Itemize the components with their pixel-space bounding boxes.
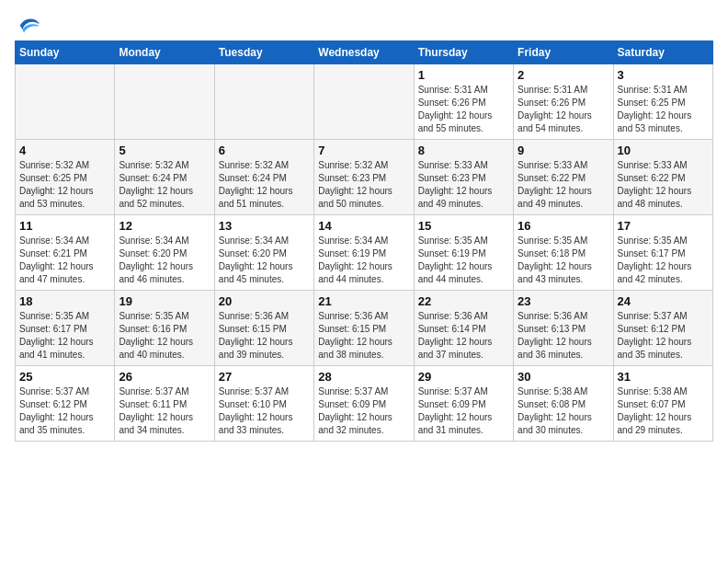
calendar-cell: 4Sunrise: 5:32 AM Sunset: 6:25 PM Daylig… (16, 140, 115, 215)
calendar-cell: 17Sunrise: 5:35 AM Sunset: 6:17 PM Dayli… (613, 215, 712, 291)
day-number: 11 (19, 219, 110, 233)
day-number: 13 (219, 219, 310, 233)
calendar-cell: 27Sunrise: 5:37 AM Sunset: 6:10 PM Dayli… (214, 366, 313, 442)
calendar-cell: 9Sunrise: 5:33 AM Sunset: 6:22 PM Daylig… (514, 140, 613, 215)
day-number: 1 (418, 68, 509, 82)
day-number: 17 (618, 219, 709, 233)
day-info: Sunrise: 5:37 AM Sunset: 6:11 PM Dayligh… (119, 385, 210, 437)
day-info: Sunrise: 5:32 AM Sunset: 6:24 PM Dayligh… (219, 159, 310, 211)
day-number: 2 (518, 68, 609, 82)
day-info: Sunrise: 5:37 AM Sunset: 6:09 PM Dayligh… (318, 385, 409, 437)
day-info: Sunrise: 5:35 AM Sunset: 6:17 PM Dayligh… (19, 310, 110, 362)
day-info: Sunrise: 5:32 AM Sunset: 6:23 PM Dayligh… (318, 159, 409, 211)
day-info: Sunrise: 5:35 AM Sunset: 6:19 PM Dayligh… (418, 235, 509, 286)
week-row-3: 11Sunrise: 5:34 AM Sunset: 6:21 PM Dayli… (16, 215, 713, 291)
calendar-cell: 12Sunrise: 5:34 AM Sunset: 6:20 PM Dayli… (115, 215, 214, 291)
logo (15, 15, 42, 33)
day-number: 24 (618, 294, 709, 308)
day-info: Sunrise: 5:35 AM Sunset: 6:16 PM Dayligh… (119, 310, 210, 362)
day-info: Sunrise: 5:34 AM Sunset: 6:21 PM Dayligh… (19, 235, 110, 286)
week-row-4: 18Sunrise: 5:35 AM Sunset: 6:17 PM Dayli… (16, 291, 713, 366)
day-number: 12 (119, 219, 210, 233)
day-info: Sunrise: 5:37 AM Sunset: 6:12 PM Dayligh… (19, 385, 110, 437)
week-row-5: 25Sunrise: 5:37 AM Sunset: 6:12 PM Dayli… (16, 366, 713, 442)
calendar-cell: 20Sunrise: 5:36 AM Sunset: 6:15 PM Dayli… (214, 291, 313, 366)
day-info: Sunrise: 5:38 AM Sunset: 6:08 PM Dayligh… (518, 385, 609, 437)
day-number: 9 (518, 144, 609, 157)
day-info: Sunrise: 5:37 AM Sunset: 6:12 PM Dayligh… (618, 310, 709, 362)
day-number: 27 (219, 370, 310, 384)
calendar-cell: 22Sunrise: 5:36 AM Sunset: 6:14 PM Dayli… (414, 291, 513, 366)
calendar-cell: 13Sunrise: 5:34 AM Sunset: 6:20 PM Dayli… (214, 215, 313, 291)
calendar-cell: 5Sunrise: 5:32 AM Sunset: 6:24 PM Daylig… (115, 140, 214, 215)
day-header-monday: Monday (115, 41, 214, 64)
calendar-cell: 31Sunrise: 5:38 AM Sunset: 6:07 PM Dayli… (613, 366, 712, 442)
calendar-cell: 16Sunrise: 5:35 AM Sunset: 6:18 PM Dayli… (514, 215, 613, 291)
day-number: 26 (119, 370, 210, 384)
calendar-cell: 18Sunrise: 5:35 AM Sunset: 6:17 PM Dayli… (16, 291, 115, 366)
calendar-cell: 15Sunrise: 5:35 AM Sunset: 6:19 PM Dayli… (414, 215, 513, 291)
day-number: 21 (318, 294, 409, 308)
day-header-friday: Friday (514, 41, 613, 64)
day-number: 15 (418, 219, 509, 233)
day-info: Sunrise: 5:33 AM Sunset: 6:22 PM Dayligh… (618, 159, 709, 211)
day-info: Sunrise: 5:37 AM Sunset: 6:10 PM Dayligh… (219, 385, 310, 437)
day-number: 30 (518, 370, 609, 384)
day-info: Sunrise: 5:36 AM Sunset: 6:13 PM Dayligh… (518, 310, 609, 362)
calendar-table: SundayMondayTuesdayWednesdayThursdayFrid… (15, 40, 713, 442)
day-number: 20 (219, 294, 310, 308)
day-info: Sunrise: 5:38 AM Sunset: 6:07 PM Dayligh… (618, 385, 709, 437)
day-info: Sunrise: 5:37 AM Sunset: 6:09 PM Dayligh… (418, 385, 509, 437)
day-number: 28 (318, 370, 409, 384)
day-number: 5 (119, 144, 210, 157)
calendar-cell (214, 64, 313, 140)
week-row-2: 4Sunrise: 5:32 AM Sunset: 6:25 PM Daylig… (16, 140, 713, 215)
day-number: 22 (418, 294, 509, 308)
calendar-cell: 3Sunrise: 5:31 AM Sunset: 6:25 PM Daylig… (613, 64, 712, 140)
day-info: Sunrise: 5:36 AM Sunset: 6:15 PM Dayligh… (318, 310, 409, 362)
week-row-1: 1Sunrise: 5:31 AM Sunset: 6:26 PM Daylig… (16, 64, 713, 140)
calendar-cell: 28Sunrise: 5:37 AM Sunset: 6:09 PM Dayli… (314, 366, 414, 442)
day-header-tuesday: Tuesday (214, 41, 313, 64)
calendar-cell: 2Sunrise: 5:31 AM Sunset: 6:26 PM Daylig… (514, 64, 613, 140)
day-info: Sunrise: 5:34 AM Sunset: 6:20 PM Dayligh… (119, 235, 210, 286)
calendar-cell: 8Sunrise: 5:33 AM Sunset: 6:23 PM Daylig… (414, 140, 513, 215)
day-number: 29 (418, 370, 509, 384)
day-info: Sunrise: 5:35 AM Sunset: 6:17 PM Dayligh… (618, 235, 709, 286)
calendar-cell (16, 64, 115, 140)
day-header-saturday: Saturday (613, 41, 712, 64)
calendar-cell: 23Sunrise: 5:36 AM Sunset: 6:13 PM Dayli… (514, 291, 613, 366)
day-number: 7 (318, 144, 409, 157)
day-info: Sunrise: 5:36 AM Sunset: 6:15 PM Dayligh… (219, 310, 310, 362)
day-number: 6 (219, 144, 310, 157)
day-number: 3 (618, 68, 709, 82)
calendar-cell: 26Sunrise: 5:37 AM Sunset: 6:11 PM Dayli… (115, 366, 214, 442)
day-info: Sunrise: 5:35 AM Sunset: 6:18 PM Dayligh… (518, 235, 609, 286)
day-info: Sunrise: 5:31 AM Sunset: 6:26 PM Dayligh… (518, 84, 609, 135)
day-info: Sunrise: 5:33 AM Sunset: 6:22 PM Dayligh… (518, 159, 609, 211)
calendar-cell: 6Sunrise: 5:32 AM Sunset: 6:24 PM Daylig… (214, 140, 313, 215)
calendar-cell: 24Sunrise: 5:37 AM Sunset: 6:12 PM Dayli… (613, 291, 712, 366)
calendar-cell: 21Sunrise: 5:36 AM Sunset: 6:15 PM Dayli… (314, 291, 414, 366)
day-header-sunday: Sunday (16, 41, 115, 64)
page-header (15, 15, 713, 33)
logo-icon (15, 15, 40, 33)
day-info: Sunrise: 5:32 AM Sunset: 6:24 PM Dayligh… (119, 159, 210, 211)
calendar-cell: 30Sunrise: 5:38 AM Sunset: 6:08 PM Dayli… (514, 366, 613, 442)
day-info: Sunrise: 5:31 AM Sunset: 6:26 PM Dayligh… (418, 84, 509, 135)
calendar-cell: 29Sunrise: 5:37 AM Sunset: 6:09 PM Dayli… (414, 366, 513, 442)
day-info: Sunrise: 5:31 AM Sunset: 6:25 PM Dayligh… (618, 84, 709, 135)
calendar-cell (314, 64, 414, 140)
day-info: Sunrise: 5:34 AM Sunset: 6:19 PM Dayligh… (318, 235, 409, 286)
day-info: Sunrise: 5:32 AM Sunset: 6:25 PM Dayligh… (19, 159, 110, 211)
day-info: Sunrise: 5:34 AM Sunset: 6:20 PM Dayligh… (219, 235, 310, 286)
calendar-cell: 7Sunrise: 5:32 AM Sunset: 6:23 PM Daylig… (314, 140, 414, 215)
day-number: 16 (518, 219, 609, 233)
day-number: 4 (19, 144, 110, 157)
calendar-cell: 25Sunrise: 5:37 AM Sunset: 6:12 PM Dayli… (16, 366, 115, 442)
calendar-cell: 14Sunrise: 5:34 AM Sunset: 6:19 PM Dayli… (314, 215, 414, 291)
day-header-thursday: Thursday (414, 41, 513, 64)
calendar-cell: 1Sunrise: 5:31 AM Sunset: 6:26 PM Daylig… (414, 64, 513, 140)
day-number: 23 (518, 294, 609, 308)
day-info: Sunrise: 5:33 AM Sunset: 6:23 PM Dayligh… (418, 159, 509, 211)
